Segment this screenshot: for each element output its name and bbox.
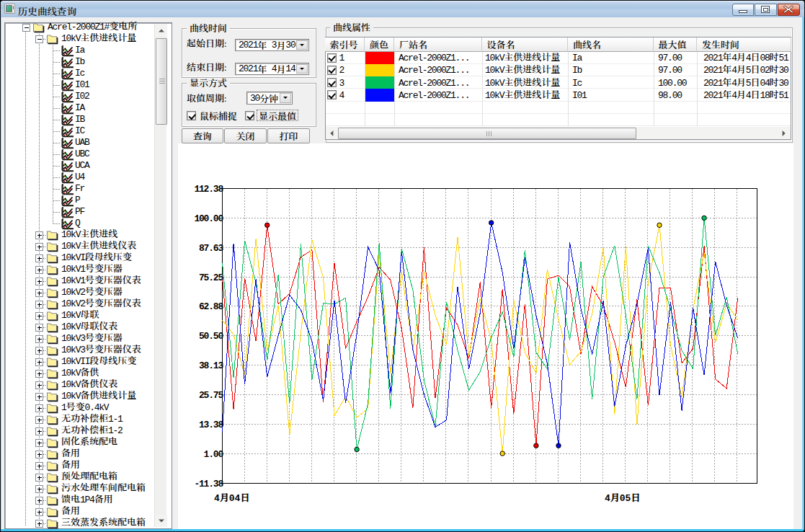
- svg-text:13.38: 13.38: [199, 420, 223, 430]
- svg-text:100.00: 100.00: [194, 213, 223, 224]
- svg-text:62.88: 62.88: [199, 301, 223, 312]
- svg-text:1.00: 1.00: [204, 449, 224, 460]
- svg-text:112.38: 112.38: [194, 184, 223, 195]
- svg-text:50.50: 50.50: [199, 331, 223, 342]
- svg-text:38.13: 38.13: [199, 360, 223, 371]
- svg-text:4月04日: 4月04日: [214, 493, 249, 504]
- svg-text:25.75: 25.75: [199, 390, 223, 401]
- svg-text:4月05日: 4月05日: [605, 493, 640, 504]
- svg-text:-11.38: -11.38: [194, 479, 223, 489]
- svg-text:87.63: 87.63: [199, 243, 223, 254]
- svg-text:75.25: 75.25: [199, 272, 223, 283]
